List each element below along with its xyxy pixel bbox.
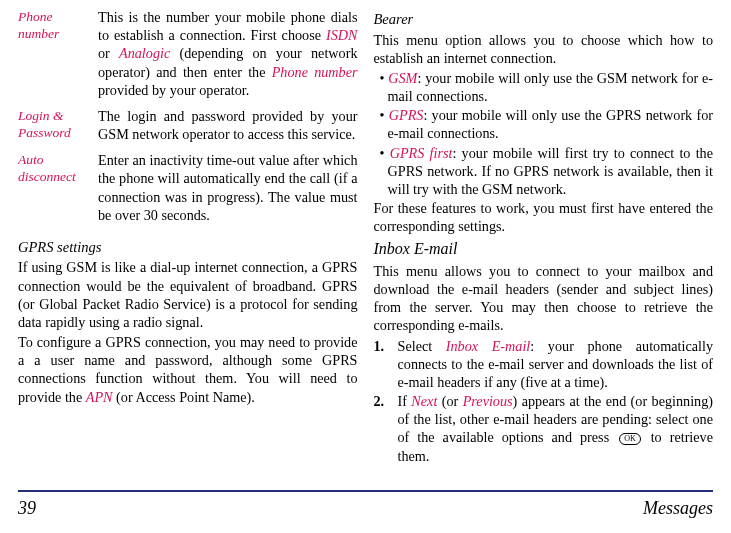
- text: Select: [398, 338, 446, 354]
- bullet-item: GSM: your mobile will only use the GSM n…: [374, 69, 714, 105]
- inline-keyword: GSM: [388, 70, 417, 86]
- def-row: Phone number This is the number your mob…: [18, 8, 358, 107]
- text: provided by your operator.: [98, 82, 249, 98]
- text: : your mobile will only use the GSM netw…: [388, 70, 714, 104]
- numbered-item: 1. Select Inbox E-mail: your phone autom…: [374, 337, 714, 392]
- text: This is the number your mobile phone dia…: [98, 9, 358, 43]
- numbered-item: 2. If Next (or Previous) appears at the …: [374, 392, 714, 465]
- def-desc: This is the number your mobile phone dia…: [98, 8, 358, 107]
- text: If: [398, 393, 412, 409]
- inline-keyword: Next: [411, 393, 437, 409]
- inline-keyword: ISDN: [326, 27, 358, 43]
- def-row: Auto disconnect Enter an inactivity time…: [18, 151, 358, 232]
- paragraph: This menu option allows you to choose wh…: [374, 31, 714, 67]
- def-desc: Enter an inactivity time-out value after…: [98, 151, 358, 232]
- text: (or Access Point Name).: [113, 389, 255, 405]
- def-term: Login & Password: [18, 107, 98, 151]
- def-term: Auto disconnect: [18, 151, 98, 232]
- page-footer: 39 Messages: [18, 490, 713, 519]
- gprs-settings-heading: GPRS settings: [18, 238, 358, 257]
- bearer-heading: Bearer: [374, 10, 714, 29]
- paragraph: This menu allows you to connect to your …: [374, 262, 714, 335]
- numbered-list: 1. Select Inbox E-mail: your phone autom…: [374, 337, 714, 465]
- inline-keyword: GPRS first: [390, 145, 453, 161]
- def-row: Login & Password The login and password …: [18, 107, 358, 151]
- inline-keyword: Phone number: [272, 64, 358, 80]
- def-term: Phone number: [18, 8, 98, 107]
- inline-keyword: APN: [86, 389, 113, 405]
- paragraph: To configure a GPRS connection, you may …: [18, 333, 358, 406]
- inline-keyword: Previous: [463, 393, 513, 409]
- page-number: 39: [18, 498, 36, 519]
- text: or: [98, 45, 119, 61]
- inline-keyword: Inbox E-mail: [446, 338, 531, 354]
- paragraph: If using GSM is like a dial-up internet …: [18, 258, 358, 331]
- ok-button-icon: OK: [619, 433, 641, 445]
- section-name: Messages: [643, 498, 713, 519]
- right-column: Bearer This menu option allows you to ch…: [374, 8, 714, 486]
- text: Enter an inactivity time-out value after…: [98, 152, 358, 223]
- item-number: 1.: [374, 337, 385, 355]
- paragraph: For these features to work, you must fir…: [374, 199, 714, 235]
- bullet-item: GPRS first: your mobile will first try t…: [374, 144, 714, 199]
- bullet-item: GPRS: your mobile will only use the GPRS…: [374, 106, 714, 142]
- bullet-list: GSM: your mobile will only use the GSM n…: [374, 69, 714, 198]
- def-desc: The login and password provided by your …: [98, 107, 358, 151]
- left-column: Phone number This is the number your mob…: [18, 8, 358, 486]
- text: The login and password provided by your …: [98, 108, 358, 142]
- inline-keyword: GPRS: [389, 107, 424, 123]
- inline-keyword: Analogic: [119, 45, 170, 61]
- text: (or: [437, 393, 462, 409]
- text: : your mobile will only use the GPRS net…: [388, 107, 714, 141]
- inbox-email-heading: Inbox E-mail: [374, 239, 714, 259]
- item-number: 2.: [374, 392, 385, 410]
- definition-table: Phone number This is the number your mob…: [18, 8, 358, 232]
